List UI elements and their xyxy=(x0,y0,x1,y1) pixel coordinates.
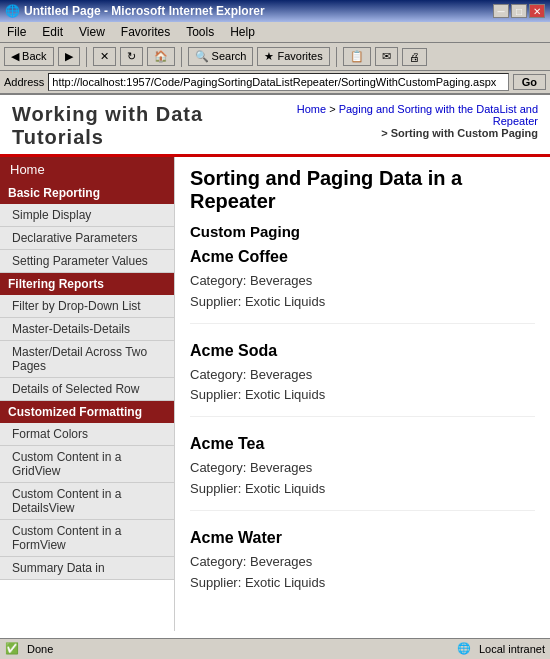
home-button[interactable]: 🏠 xyxy=(147,47,175,66)
stop-button[interactable]: ✕ xyxy=(93,47,116,66)
status-bar: ✅ Done 🌐 Local intranet xyxy=(0,638,550,658)
menu-bar: File Edit View Favorites Tools Help xyxy=(0,22,550,43)
menu-favorites[interactable]: Favorites xyxy=(118,24,173,40)
address-label: Address xyxy=(4,76,44,88)
back-button[interactable]: ◀ Back xyxy=(4,47,54,66)
menu-view[interactable]: View xyxy=(76,24,108,40)
page-outer-scroll[interactable]: Working with Data Tutorials Home > Pagin… xyxy=(0,95,550,638)
menu-tools[interactable]: Tools xyxy=(183,24,217,40)
sidebar-item-custom-content-detailsview[interactable]: Custom Content in a DetailsView xyxy=(0,483,174,520)
product-name-2: Acme Tea xyxy=(190,435,535,453)
product-name-3: Acme Water xyxy=(190,529,535,547)
window-title: 🌐 Untitled Page - Microsoft Internet Exp… xyxy=(5,4,265,18)
content-subtitle: Custom Paging xyxy=(190,223,535,240)
product-block-0: Acme Coffee Category: Beverages Supplier… xyxy=(190,248,535,324)
main-layout: Home Basic Reporting Simple Display Decl… xyxy=(0,157,550,631)
product-block-3: Acme Water Category: Beverages Supplier:… xyxy=(190,529,535,604)
product-category-0: Category: Beverages xyxy=(190,271,535,292)
toolbar-separator-3 xyxy=(336,47,337,67)
page-header: Working with Data Tutorials Home > Pagin… xyxy=(0,95,550,157)
go-button[interactable]: Go xyxy=(513,74,546,90)
product-supplier-0: Supplier: Exotic Liquids xyxy=(190,292,535,313)
content-area: Sorting and Paging Data in a Repeater Cu… xyxy=(175,157,550,631)
breadcrumb-parent[interactable]: Paging and Sorting with the DataList and… xyxy=(339,103,538,127)
address-input[interactable] xyxy=(48,73,508,91)
sidebar-item-setting-parameter-values[interactable]: Setting Parameter Values xyxy=(0,250,174,273)
mail-button[interactable]: ✉ xyxy=(375,47,398,66)
maximize-button[interactable]: □ xyxy=(511,4,527,18)
sidebar-item-simple-display[interactable]: Simple Display xyxy=(0,204,174,227)
minimize-button[interactable]: ─ xyxy=(493,4,509,18)
sidebar-section-filtering-reports[interactable]: Filtering Reports xyxy=(0,273,174,295)
product-block-1: Acme Soda Category: Beverages Supplier: … xyxy=(190,342,535,418)
sidebar-item-summary-data[interactable]: Summary Data in xyxy=(0,557,174,580)
product-supplier-2: Supplier: Exotic Liquids xyxy=(190,479,535,500)
product-supplier-3: Supplier: Exotic Liquids xyxy=(190,573,535,594)
product-name-0: Acme Coffee xyxy=(190,248,535,266)
content-title: Sorting and Paging Data in a Repeater xyxy=(190,167,535,213)
toolbar: ◀ Back ▶ ✕ ↻ 🏠 🔍 Search ★ Favorites 📋 ✉ … xyxy=(0,43,550,71)
menu-help[interactable]: Help xyxy=(227,24,258,40)
sidebar-item-custom-content-gridview[interactable]: Custom Content in a GridView xyxy=(0,446,174,483)
toolbar-separator-1 xyxy=(86,47,87,67)
sidebar-section-basic-reporting[interactable]: Basic Reporting xyxy=(0,182,174,204)
product-category-1: Category: Beverages xyxy=(190,365,535,386)
status-text: Done xyxy=(27,643,53,655)
address-bar: Address Go xyxy=(0,71,550,95)
breadcrumb-home[interactable]: Home xyxy=(297,103,326,115)
sidebar-section-customized-formatting[interactable]: Customized Formatting xyxy=(0,401,174,423)
sidebar-item-master-detail-two-pages[interactable]: Master/Detail Across Two Pages xyxy=(0,341,174,378)
history-button[interactable]: 📋 xyxy=(343,47,371,66)
window-controls[interactable]: ─ □ ✕ xyxy=(493,4,545,18)
window-title-bar: 🌐 Untitled Page - Microsoft Internet Exp… xyxy=(0,0,550,22)
product-supplier-1: Supplier: Exotic Liquids xyxy=(190,385,535,406)
sidebar: Home Basic Reporting Simple Display Decl… xyxy=(0,157,175,631)
sidebar-item-declarative-parameters[interactable]: Declarative Parameters xyxy=(0,227,174,250)
toolbar-separator-2 xyxy=(181,47,182,67)
print-button[interactable]: 🖨 xyxy=(402,48,427,66)
product-block-2: Acme Tea Category: Beverages Supplier: E… xyxy=(190,435,535,511)
sidebar-item-format-colors[interactable]: Format Colors xyxy=(0,423,174,446)
product-name-1: Acme Soda xyxy=(190,342,535,360)
sidebar-item-custom-content-formview[interactable]: Custom Content in a FormView xyxy=(0,520,174,557)
breadcrumb: Home > Paging and Sorting with the DataL… xyxy=(275,103,538,139)
menu-file[interactable]: File xyxy=(4,24,29,40)
status-icon: ✅ xyxy=(5,642,19,655)
refresh-button[interactable]: ↻ xyxy=(120,47,143,66)
sidebar-item-master-details[interactable]: Master-Details-Details xyxy=(0,318,174,341)
menu-edit[interactable]: Edit xyxy=(39,24,66,40)
favorites-button[interactable]: ★ Favorites xyxy=(257,47,329,66)
product-category-2: Category: Beverages xyxy=(190,458,535,479)
zone-icon: 🌐 xyxy=(457,642,471,655)
product-category-3: Category: Beverages xyxy=(190,552,535,573)
forward-button[interactable]: ▶ xyxy=(58,47,80,66)
ie-icon: 🌐 xyxy=(5,4,20,18)
sidebar-item-filter-dropdown[interactable]: Filter by Drop-Down List xyxy=(0,295,174,318)
close-button[interactable]: ✕ xyxy=(529,4,545,18)
sidebar-home[interactable]: Home xyxy=(0,157,174,182)
breadcrumb-current: > Sorting with Custom Paging xyxy=(381,127,538,139)
search-button[interactable]: 🔍 Search xyxy=(188,47,254,66)
sidebar-item-details-selected-row[interactable]: Details of Selected Row xyxy=(0,378,174,401)
zone-text: Local intranet xyxy=(479,643,545,655)
page-header-title: Working with Data Tutorials xyxy=(12,103,275,149)
